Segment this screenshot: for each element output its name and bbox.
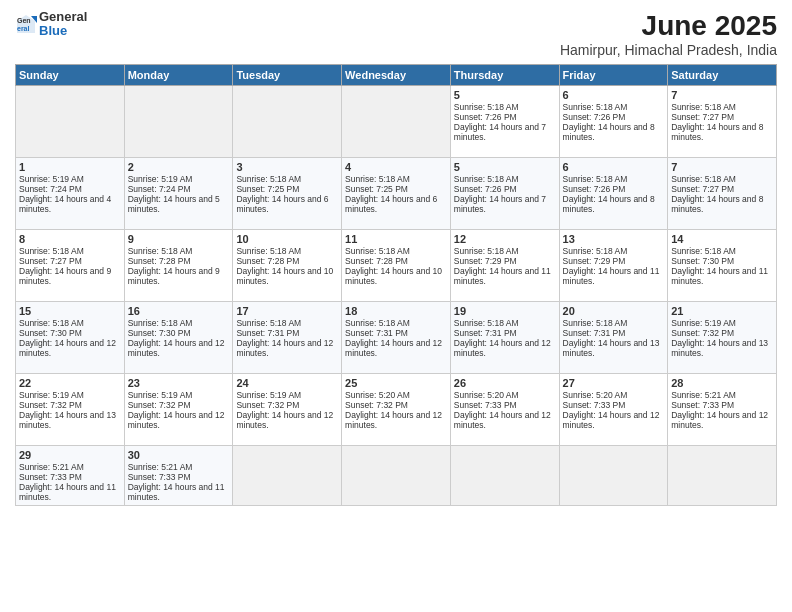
sunrise-text: Sunrise: 5:18 AM [454, 318, 556, 328]
day-number: 29 [19, 449, 121, 461]
sunset-text: Sunset: 7:26 PM [454, 112, 556, 122]
sunset-text: Sunset: 7:26 PM [563, 112, 665, 122]
sunset-text: Sunset: 7:29 PM [563, 256, 665, 266]
sunset-text: Sunset: 7:28 PM [236, 256, 338, 266]
sunset-text: Sunset: 7:27 PM [671, 184, 773, 194]
daylight-text: Daylight: 14 hours and 12 minutes. [563, 410, 665, 430]
sunset-text: Sunset: 7:29 PM [454, 256, 556, 266]
calendar-cell: 24Sunrise: 5:19 AMSunset: 7:32 PMDayligh… [233, 374, 342, 446]
column-header-thursday: Thursday [450, 65, 559, 86]
day-number: 13 [563, 233, 665, 245]
calendar-cell [233, 86, 342, 158]
daylight-text: Daylight: 14 hours and 13 minutes. [563, 338, 665, 358]
sunset-text: Sunset: 7:33 PM [563, 400, 665, 410]
daylight-text: Daylight: 14 hours and 12 minutes. [19, 338, 121, 358]
sunset-text: Sunset: 7:31 PM [345, 328, 447, 338]
day-number: 25 [345, 377, 447, 389]
calendar-cell: 27Sunrise: 5:20 AMSunset: 7:33 PMDayligh… [559, 374, 668, 446]
sunset-text: Sunset: 7:30 PM [671, 256, 773, 266]
day-number: 28 [671, 377, 773, 389]
calendar-cell: 30Sunrise: 5:21 AMSunset: 7:33 PMDayligh… [124, 446, 233, 506]
day-number: 2 [128, 161, 230, 173]
sunset-text: Sunset: 7:32 PM [671, 328, 773, 338]
sunrise-text: Sunrise: 5:18 AM [671, 174, 773, 184]
sunset-text: Sunset: 7:32 PM [345, 400, 447, 410]
calendar-cell: 8Sunrise: 5:18 AMSunset: 7:27 PMDaylight… [16, 230, 125, 302]
sunset-text: Sunset: 7:30 PM [128, 328, 230, 338]
sunset-text: Sunset: 7:31 PM [236, 328, 338, 338]
svg-text:eral: eral [17, 25, 30, 32]
calendar-body: 5Sunrise: 5:18 AMSunset: 7:26 PMDaylight… [16, 86, 777, 506]
daylight-text: Daylight: 14 hours and 11 minutes. [454, 266, 556, 286]
day-number: 5 [454, 161, 556, 173]
daylight-text: Daylight: 14 hours and 11 minutes. [563, 266, 665, 286]
sunset-text: Sunset: 7:32 PM [19, 400, 121, 410]
daylight-text: Daylight: 14 hours and 7 minutes. [454, 194, 556, 214]
calendar-cell [559, 446, 668, 506]
daylight-text: Daylight: 14 hours and 9 minutes. [19, 266, 121, 286]
daylight-text: Daylight: 14 hours and 11 minutes. [128, 482, 230, 502]
calendar-page: Gen eral General Blue June 2025 Hamirpur… [0, 0, 792, 612]
sunset-text: Sunset: 7:28 PM [345, 256, 447, 266]
title-block: June 2025 Hamirpur, Himachal Pradesh, In… [560, 10, 777, 58]
sunrise-text: Sunrise: 5:18 AM [563, 174, 665, 184]
day-number: 16 [128, 305, 230, 317]
day-number: 23 [128, 377, 230, 389]
calendar-cell: 7Sunrise: 5:18 AMSunset: 7:27 PMDaylight… [668, 158, 777, 230]
day-number: 26 [454, 377, 556, 389]
day-number: 18 [345, 305, 447, 317]
sunrise-text: Sunrise: 5:19 AM [671, 318, 773, 328]
calendar-cell [16, 86, 125, 158]
calendar-cell: 7Sunrise: 5:18 AMSunset: 7:27 PMDaylight… [668, 86, 777, 158]
sunrise-text: Sunrise: 5:18 AM [671, 102, 773, 112]
day-number: 3 [236, 161, 338, 173]
calendar-cell: 12Sunrise: 5:18 AMSunset: 7:29 PMDayligh… [450, 230, 559, 302]
column-header-saturday: Saturday [668, 65, 777, 86]
sunrise-text: Sunrise: 5:18 AM [345, 174, 447, 184]
sunrise-text: Sunrise: 5:18 AM [454, 174, 556, 184]
daylight-text: Daylight: 14 hours and 5 minutes. [128, 194, 230, 214]
calendar-cell: 29Sunrise: 5:21 AMSunset: 7:33 PMDayligh… [16, 446, 125, 506]
calendar-cell: 6Sunrise: 5:18 AMSunset: 7:26 PMDaylight… [559, 158, 668, 230]
sunset-text: Sunset: 7:26 PM [454, 184, 556, 194]
calendar-cell: 23Sunrise: 5:19 AMSunset: 7:32 PMDayligh… [124, 374, 233, 446]
sunrise-text: Sunrise: 5:18 AM [236, 174, 338, 184]
calendar-cell: 5Sunrise: 5:18 AMSunset: 7:26 PMDaylight… [450, 86, 559, 158]
daylight-text: Daylight: 14 hours and 12 minutes. [454, 410, 556, 430]
sunrise-text: Sunrise: 5:19 AM [19, 390, 121, 400]
calendar-header: SundayMondayTuesdayWednesdayThursdayFrid… [16, 65, 777, 86]
day-number: 15 [19, 305, 121, 317]
calendar-cell: 6Sunrise: 5:18 AMSunset: 7:26 PMDaylight… [559, 86, 668, 158]
sunrise-text: Sunrise: 5:20 AM [563, 390, 665, 400]
sunrise-text: Sunrise: 5:18 AM [454, 102, 556, 112]
day-number: 14 [671, 233, 773, 245]
day-number: 5 [454, 89, 556, 101]
sunset-text: Sunset: 7:25 PM [236, 184, 338, 194]
daylight-text: Daylight: 14 hours and 12 minutes. [671, 410, 773, 430]
calendar-cell [668, 446, 777, 506]
calendar-week-5: 29Sunrise: 5:21 AMSunset: 7:33 PMDayligh… [16, 446, 777, 506]
day-number: 6 [563, 161, 665, 173]
daylight-text: Daylight: 14 hours and 6 minutes. [345, 194, 447, 214]
daylight-text: Daylight: 14 hours and 13 minutes. [19, 410, 121, 430]
sunrise-text: Sunrise: 5:19 AM [128, 390, 230, 400]
daylight-text: Daylight: 14 hours and 8 minutes. [671, 194, 773, 214]
sunset-text: Sunset: 7:31 PM [563, 328, 665, 338]
sunset-text: Sunset: 7:32 PM [128, 400, 230, 410]
calendar-cell: 18Sunrise: 5:18 AMSunset: 7:31 PMDayligh… [342, 302, 451, 374]
calendar-week-4: 22Sunrise: 5:19 AMSunset: 7:32 PMDayligh… [16, 374, 777, 446]
calendar-cell: 3Sunrise: 5:18 AMSunset: 7:25 PMDaylight… [233, 158, 342, 230]
day-number: 19 [454, 305, 556, 317]
day-number: 20 [563, 305, 665, 317]
calendar-cell: 25Sunrise: 5:20 AMSunset: 7:32 PMDayligh… [342, 374, 451, 446]
day-number: 11 [345, 233, 447, 245]
sunrise-text: Sunrise: 5:18 AM [345, 318, 447, 328]
day-number: 6 [563, 89, 665, 101]
day-number: 4 [345, 161, 447, 173]
sunset-text: Sunset: 7:33 PM [454, 400, 556, 410]
daylight-text: Daylight: 14 hours and 10 minutes. [236, 266, 338, 286]
sunrise-text: Sunrise: 5:21 AM [128, 462, 230, 472]
sunrise-text: Sunrise: 5:18 AM [563, 318, 665, 328]
calendar-title: June 2025 [560, 10, 777, 42]
day-number: 1 [19, 161, 121, 173]
